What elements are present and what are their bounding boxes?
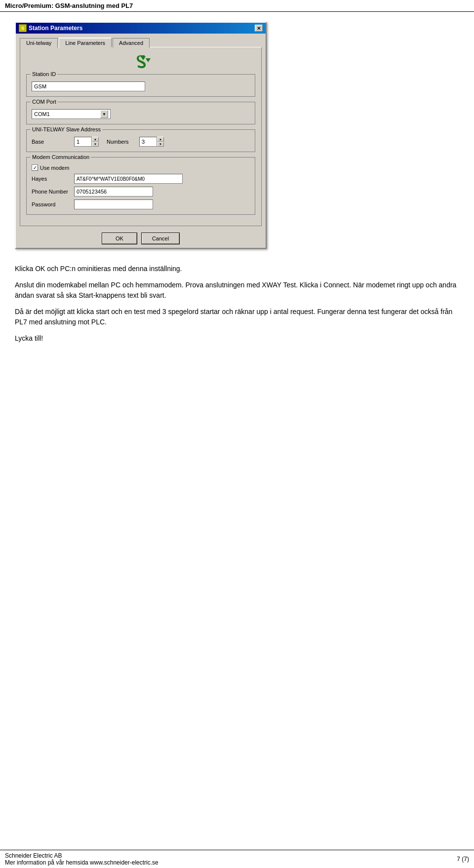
base-spinner-down[interactable]: ▼ (92, 142, 99, 147)
com-port-dropdown[interactable]: COM1 ▼ (32, 109, 111, 119)
uni-telway-group: UNI-TELWAY Slave Address Base ▲ ▼ Number… (26, 129, 255, 152)
base-spinner: ▲ ▼ (74, 137, 99, 147)
tab-advanced[interactable]: Advanced (113, 38, 150, 48)
phone-row: Phone Number (32, 187, 250, 197)
page-header: Micro/Premium: GSM-anslutning med PL7 (0, 0, 474, 12)
numbers-spinner: ▲ ▼ (139, 137, 164, 147)
base-spinner-buttons: ▲ ▼ (92, 137, 99, 147)
content-area: S Station Parameters ✕ Uni-telway Line P… (0, 12, 474, 359)
uni-telway-label: UNI-TELWAY Slave Address (31, 126, 102, 132)
uni-telway-row: Base ▲ ▼ Numbers (32, 137, 250, 147)
dialog-body: Uni-telway Line Parameters Advanced (16, 34, 266, 248)
tab-uni-telway[interactable]: Uni-telway (20, 38, 58, 48)
use-modem-checkbox-wrapper[interactable]: ✓ Use modem (32, 164, 69, 171)
station-parameters-dialog: S Station Parameters ✕ Uni-telway Line P… (15, 22, 267, 249)
numbers-label: Numbers (107, 139, 136, 145)
station-id-row (32, 81, 250, 91)
cancel-button[interactable]: Cancel (142, 233, 179, 244)
modem-group: Modem Communication ✓ Use modem Hayes (26, 157, 255, 215)
base-spinner-up[interactable]: ▲ (92, 137, 99, 142)
body-paragraph-4: Lycka till! (15, 333, 459, 344)
footer-left: Schneider Electric AB Mer information på… (5, 852, 158, 866)
com-port-row: COM1 ▼ (32, 109, 250, 119)
body-paragraph-2: Anslut din modemkabel mellan PC och hemm… (15, 280, 459, 301)
schneider-logo (128, 53, 154, 69)
dialog-titlebar: S Station Parameters ✕ (16, 23, 266, 34)
use-modem-checkbox[interactable]: ✓ (32, 164, 38, 171)
base-label: Base (32, 139, 71, 145)
hayes-label: Hayes (32, 176, 71, 182)
station-id-group: Station ID (26, 74, 255, 97)
ok-button[interactable]: OK (102, 233, 137, 244)
dialog-title: Station Parameters (29, 25, 82, 32)
titlebar-left: S Station Parameters (19, 24, 82, 32)
password-input[interactable] (74, 199, 153, 209)
station-id-input[interactable] (32, 81, 145, 91)
base-input[interactable] (74, 137, 92, 147)
tab-content: Station ID COM Port COM1 ▼ (20, 47, 262, 226)
dropdown-arrow-icon: ▼ (100, 110, 108, 118)
dialog-wrapper: S Station Parameters ✕ Uni-telway Line P… (15, 22, 459, 249)
com-port-value: COM1 (34, 111, 50, 117)
password-label: Password (32, 201, 71, 207)
numbers-spinner-down[interactable]: ▼ (157, 142, 164, 147)
hayes-input[interactable] (74, 174, 183, 184)
use-modem-row: ✓ Use modem (32, 164, 250, 171)
footer-website: Mer information på vår hemsida www.schne… (5, 859, 158, 866)
com-port-label: COM Port (31, 99, 58, 105)
use-modem-label: Use modem (40, 165, 69, 171)
password-row: Password (32, 199, 250, 209)
modem-group-label: Modem Communication (31, 154, 91, 160)
svg-marker-0 (141, 56, 146, 60)
station-id-label: Station ID (31, 71, 57, 77)
page-footer: Schneider Electric AB Mer information på… (0, 850, 474, 868)
tab-bar: Uni-telway Line Parameters Advanced (20, 38, 262, 47)
page-title: Micro/Premium: GSM-anslutning med PL7 (5, 2, 133, 9)
numbers-spinner-buttons: ▲ ▼ (157, 137, 164, 147)
tab-line-parameters[interactable]: Line Parameters (59, 38, 112, 47)
logo-area (26, 53, 255, 69)
body-paragraph-3: Då är det möjligt att klicka start och e… (15, 307, 459, 327)
com-port-group: COM Port COM1 ▼ (26, 102, 255, 124)
dialog-app-icon: S (19, 24, 27, 32)
body-paragraph-1: Klicka OK och PC:n ominitieras med denna… (15, 264, 459, 274)
phone-input[interactable] (74, 187, 153, 197)
phone-label: Phone Number (32, 189, 71, 195)
numbers-spinner-up[interactable]: ▲ (157, 137, 164, 142)
footer-company: Schneider Electric AB (5, 852, 158, 859)
dialog-buttons: OK Cancel (20, 233, 262, 244)
numbers-input[interactable] (139, 137, 157, 147)
dialog-close-button[interactable]: ✕ (255, 25, 263, 32)
footer-page-info: 7 (7) (457, 856, 469, 863)
svg-marker-1 (146, 58, 151, 62)
hayes-row: Hayes (32, 174, 250, 184)
